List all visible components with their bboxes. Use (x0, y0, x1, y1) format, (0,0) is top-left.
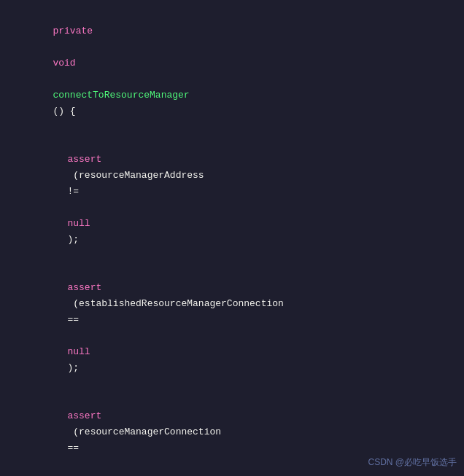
code-line: assert (resourceManagerAddress != null )… (0, 136, 464, 264)
code-line: private void connectToResourceManager ()… (0, 7, 464, 136)
watermark: CSDN @必吃早饭选手 (368, 456, 457, 469)
code-line: assert (establishedResourceManagerConnec… (0, 264, 464, 392)
code-content: private void connectToResourceManager ()… (0, 0, 464, 476)
code-editor: private void connectToResourceManager ()… (0, 0, 464, 476)
